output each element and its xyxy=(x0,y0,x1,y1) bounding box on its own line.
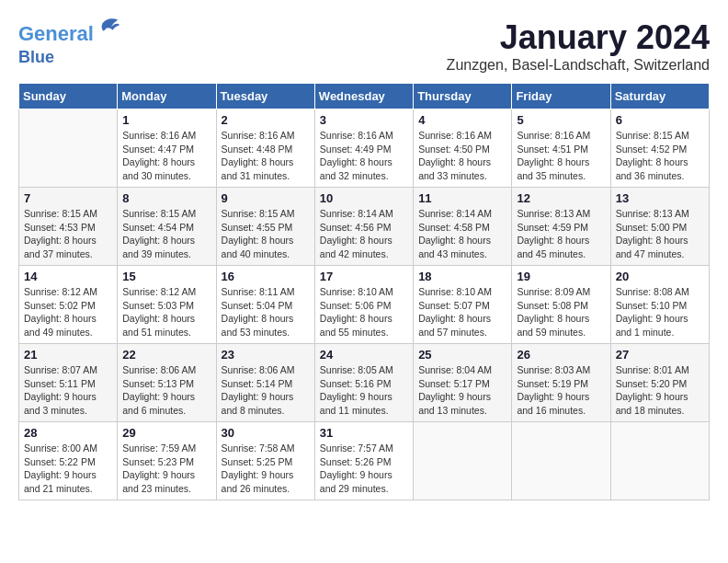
day-info: Sunrise: 8:06 AM Sunset: 5:13 PM Dayligh… xyxy=(122,363,210,418)
calendar-title: January 2024 xyxy=(447,18,710,57)
day-cell: 12Sunrise: 8:13 AM Sunset: 4:59 PM Dayli… xyxy=(512,188,610,266)
day-info: Sunrise: 8:13 AM Sunset: 5:00 PM Dayligh… xyxy=(616,207,704,261)
day-number: 27 xyxy=(616,348,704,362)
day-info: Sunrise: 8:15 AM Sunset: 4:54 PM Dayligh… xyxy=(122,207,210,261)
header-cell-tuesday: Tuesday xyxy=(216,84,314,109)
day-cell: 28Sunrise: 8:00 AM Sunset: 5:22 PM Dayli… xyxy=(19,422,118,500)
day-info: Sunrise: 8:03 AM Sunset: 5:19 PM Dayligh… xyxy=(517,363,605,418)
day-number: 23 xyxy=(222,348,310,362)
day-cell: 18Sunrise: 8:10 AM Sunset: 5:07 PM Dayli… xyxy=(414,266,512,344)
day-number: 6 xyxy=(616,113,704,127)
header-cell-saturday: Saturday xyxy=(610,84,709,109)
day-cell: 10Sunrise: 8:14 AM Sunset: 4:56 PM Dayli… xyxy=(314,188,413,266)
day-cell: 8Sunrise: 8:15 AM Sunset: 4:54 PM Daylig… xyxy=(118,188,216,266)
day-number: 3 xyxy=(320,113,408,127)
bird-icon xyxy=(96,15,121,40)
day-info: Sunrise: 8:16 AM Sunset: 4:47 PM Dayligh… xyxy=(122,129,210,183)
week-row-5: 28Sunrise: 8:00 AM Sunset: 5:22 PM Dayli… xyxy=(19,422,710,500)
day-cell: 23Sunrise: 8:06 AM Sunset: 5:14 PM Dayli… xyxy=(216,344,314,422)
day-cell: 25Sunrise: 8:04 AM Sunset: 5:17 PM Dayli… xyxy=(414,344,512,422)
day-cell xyxy=(19,109,118,188)
day-info: Sunrise: 8:16 AM Sunset: 4:50 PM Dayligh… xyxy=(418,129,506,183)
day-info: Sunrise: 8:15 AM Sunset: 4:53 PM Dayligh… xyxy=(24,207,112,261)
page-header: General Blue January 2024 Zunzgen, Basel… xyxy=(18,18,710,74)
day-number: 10 xyxy=(320,191,408,205)
day-info: Sunrise: 8:04 AM Sunset: 5:17 PM Dayligh… xyxy=(418,363,506,418)
day-info: Sunrise: 8:08 AM Sunset: 5:10 PM Dayligh… xyxy=(616,285,704,339)
day-cell: 29Sunrise: 7:59 AM Sunset: 5:23 PM Dayli… xyxy=(118,422,216,500)
day-number: 30 xyxy=(222,426,310,440)
day-number: 29 xyxy=(122,426,210,440)
day-cell: 24Sunrise: 8:05 AM Sunset: 5:16 PM Dayli… xyxy=(314,344,413,422)
day-info: Sunrise: 8:12 AM Sunset: 5:02 PM Dayligh… xyxy=(24,285,112,339)
week-row-4: 21Sunrise: 8:07 AM Sunset: 5:11 PM Dayli… xyxy=(19,344,710,422)
day-info: Sunrise: 8:10 AM Sunset: 5:07 PM Dayligh… xyxy=(418,285,506,339)
day-info: Sunrise: 7:57 AM Sunset: 5:26 PM Dayligh… xyxy=(320,442,408,496)
calendar-subtitle: Zunzgen, Basel-Landschaft, Switzerland xyxy=(447,57,710,74)
day-number: 2 xyxy=(222,113,310,127)
day-cell: 14Sunrise: 8:12 AM Sunset: 5:02 PM Dayli… xyxy=(19,266,118,344)
day-info: Sunrise: 8:13 AM Sunset: 4:59 PM Dayligh… xyxy=(517,207,605,261)
title-section: January 2024 Zunzgen, Basel-Landschaft, … xyxy=(447,18,710,74)
day-cell: 27Sunrise: 8:01 AM Sunset: 5:20 PM Dayli… xyxy=(610,344,709,422)
day-cell xyxy=(610,422,709,500)
day-info: Sunrise: 8:07 AM Sunset: 5:11 PM Dayligh… xyxy=(24,363,112,418)
day-cell: 9Sunrise: 8:15 AM Sunset: 4:55 PM Daylig… xyxy=(216,188,314,266)
day-cell: 30Sunrise: 7:58 AM Sunset: 5:25 PM Dayli… xyxy=(216,422,314,500)
day-cell: 31Sunrise: 7:57 AM Sunset: 5:26 PM Dayli… xyxy=(314,422,413,500)
day-cell: 22Sunrise: 8:06 AM Sunset: 5:13 PM Dayli… xyxy=(118,344,216,422)
day-cell: 17Sunrise: 8:10 AM Sunset: 5:06 PM Dayli… xyxy=(314,266,413,344)
logo-text: General Blue xyxy=(18,18,121,67)
header-cell-sunday: Sunday xyxy=(19,84,118,109)
logo: General Blue xyxy=(18,18,121,67)
header-cell-monday: Monday xyxy=(118,84,216,109)
day-info: Sunrise: 8:14 AM Sunset: 4:58 PM Dayligh… xyxy=(418,207,506,261)
day-cell: 15Sunrise: 8:12 AM Sunset: 5:03 PM Dayli… xyxy=(118,266,216,344)
day-number: 13 xyxy=(616,191,704,205)
day-number: 25 xyxy=(418,348,506,362)
day-cell xyxy=(414,422,512,500)
week-row-3: 14Sunrise: 8:12 AM Sunset: 5:02 PM Dayli… xyxy=(19,266,710,344)
day-number: 11 xyxy=(418,191,506,205)
day-info: Sunrise: 7:59 AM Sunset: 5:23 PM Dayligh… xyxy=(122,442,210,496)
day-info: Sunrise: 8:16 AM Sunset: 4:48 PM Dayligh… xyxy=(222,129,310,183)
day-cell: 6Sunrise: 8:15 AM Sunset: 4:52 PM Daylig… xyxy=(610,109,709,188)
day-cell: 19Sunrise: 8:09 AM Sunset: 5:08 PM Dayli… xyxy=(512,266,610,344)
day-number: 28 xyxy=(24,426,112,440)
day-cell: 7Sunrise: 8:15 AM Sunset: 4:53 PM Daylig… xyxy=(19,188,118,266)
day-info: Sunrise: 8:11 AM Sunset: 5:04 PM Dayligh… xyxy=(222,285,310,339)
day-cell xyxy=(512,422,610,500)
day-number: 24 xyxy=(320,348,408,362)
day-cell: 20Sunrise: 8:08 AM Sunset: 5:10 PM Dayli… xyxy=(610,266,709,344)
day-cell: 3Sunrise: 8:16 AM Sunset: 4:49 PM Daylig… xyxy=(314,109,413,188)
week-row-2: 7Sunrise: 8:15 AM Sunset: 4:53 PM Daylig… xyxy=(19,188,710,266)
day-info: Sunrise: 8:16 AM Sunset: 4:51 PM Dayligh… xyxy=(517,129,605,183)
day-info: Sunrise: 7:58 AM Sunset: 5:25 PM Dayligh… xyxy=(222,442,310,496)
day-info: Sunrise: 8:15 AM Sunset: 4:52 PM Dayligh… xyxy=(616,129,704,183)
day-cell: 1Sunrise: 8:16 AM Sunset: 4:47 PM Daylig… xyxy=(118,109,216,188)
day-cell: 5Sunrise: 8:16 AM Sunset: 4:51 PM Daylig… xyxy=(512,109,610,188)
header-cell-thursday: Thursday xyxy=(414,84,512,109)
day-info: Sunrise: 8:12 AM Sunset: 5:03 PM Dayligh… xyxy=(122,285,210,339)
day-number: 16 xyxy=(222,270,310,283)
day-number: 4 xyxy=(418,113,506,127)
week-row-1: 1Sunrise: 8:16 AM Sunset: 4:47 PM Daylig… xyxy=(19,109,710,188)
day-number: 9 xyxy=(222,191,310,205)
day-info: Sunrise: 8:14 AM Sunset: 4:56 PM Dayligh… xyxy=(320,207,408,261)
day-number: 1 xyxy=(122,113,210,127)
calendar-table: SundayMondayTuesdayWednesdayThursdayFrid… xyxy=(18,83,710,500)
calendar-header: SundayMondayTuesdayWednesdayThursdayFrid… xyxy=(19,84,710,109)
day-info: Sunrise: 8:15 AM Sunset: 4:55 PM Dayligh… xyxy=(222,207,310,261)
header-cell-wednesday: Wednesday xyxy=(314,84,413,109)
day-cell: 2Sunrise: 8:16 AM Sunset: 4:48 PM Daylig… xyxy=(216,109,314,188)
day-number: 22 xyxy=(122,348,210,362)
day-number: 15 xyxy=(122,270,210,283)
day-number: 14 xyxy=(24,270,112,283)
day-info: Sunrise: 8:05 AM Sunset: 5:16 PM Dayligh… xyxy=(320,363,408,418)
day-number: 26 xyxy=(517,348,605,362)
day-info: Sunrise: 8:01 AM Sunset: 5:20 PM Dayligh… xyxy=(616,363,704,418)
day-info: Sunrise: 8:10 AM Sunset: 5:06 PM Dayligh… xyxy=(320,285,408,339)
day-number: 18 xyxy=(418,270,506,283)
calendar-body: 1Sunrise: 8:16 AM Sunset: 4:47 PM Daylig… xyxy=(19,109,710,500)
header-row: SundayMondayTuesdayWednesdayThursdayFrid… xyxy=(19,84,710,109)
